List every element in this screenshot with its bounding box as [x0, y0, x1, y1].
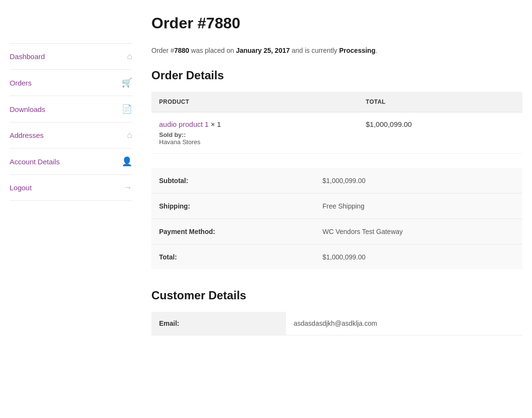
downloads-icon: 📄	[122, 104, 132, 114]
shipping-row: Shipping: Free Shipping	[151, 194, 522, 219]
sidebar-item-addresses[interactable]: Addresses ⌂	[10, 123, 132, 148]
subtotal-value: $1,000,099.00	[315, 168, 522, 194]
sidebar-item-logout-label: Logout	[10, 184, 32, 192]
email-label: Email:	[151, 312, 286, 335]
product-link[interactable]: audio product 1 × 1	[159, 120, 221, 128]
customer-details-section: Customer Details Email: asdasdasdjkh@asd…	[151, 289, 522, 335]
shipping-value: Free Shipping	[315, 194, 522, 219]
order-details-table: PRODUCT TOTAL audio product 1 × 1 Sold b…	[151, 92, 522, 154]
orders-icon: 🛒	[122, 77, 132, 88]
payment-method-row: Payment Method: WC Vendors Test Gateway	[151, 219, 522, 245]
product-name[interactable]: audio product 1	[159, 120, 209, 128]
total-label: Total:	[151, 245, 315, 270]
shipping-label: Shipping:	[151, 194, 315, 219]
sidebar-item-dashboard[interactable]: Dashboard ⌂	[10, 43, 132, 70]
order-item-row: audio product 1 × 1 Sold by:: Havana Sto…	[151, 112, 522, 154]
dashboard-icon: ⌂	[127, 51, 132, 61]
customer-details-title: Customer Details	[151, 289, 522, 302]
payment-method-label: Payment Method:	[151, 219, 315, 245]
addresses-icon: ⌂	[127, 130, 132, 140]
sidebar: Dashboard ⌂ Orders 🛒 Downloads 📄 Address…	[10, 14, 132, 335]
order-status: Processing	[339, 47, 375, 54]
sidebar-item-downloads[interactable]: Downloads 📄	[10, 96, 132, 123]
order-date: January 25, 2017	[236, 47, 290, 54]
email-value: asdasdasdjkh@asdklja.com	[286, 312, 522, 335]
order-summary-table: Subtotal: $1,000,099.00 Shipping: Free S…	[151, 168, 522, 270]
sidebar-item-addresses-label: Addresses	[10, 131, 44, 139]
product-quantity: × 1	[211, 120, 221, 128]
price-cell: $1,000,099.00	[358, 112, 522, 154]
sidebar-item-orders-label: Orders	[10, 79, 32, 87]
sidebar-item-downloads-label: Downloads	[10, 105, 45, 113]
product-column-header: PRODUCT	[151, 92, 358, 112]
sidebar-item-logout[interactable]: Logout →	[10, 175, 132, 201]
sidebar-item-dashboard-label: Dashboard	[10, 52, 45, 61]
product-cell: audio product 1 × 1 Sold by:: Havana Sto…	[151, 112, 358, 154]
order-details-title: Order Details	[151, 69, 522, 82]
page-title: Order #7880	[151, 14, 522, 32]
order-status-text: Order #7880 was placed on January 25, 20…	[151, 47, 522, 54]
sidebar-item-orders[interactable]: Orders 🛒	[10, 70, 132, 96]
sidebar-item-account-details-label: Account Details	[10, 158, 60, 166]
subtotal-row: Subtotal: $1,000,099.00	[151, 168, 522, 194]
account-icon: 👤	[122, 156, 132, 167]
total-column-header: TOTAL	[358, 92, 522, 112]
sold-by-value: Havana Stores	[159, 138, 200, 146]
payment-method-value: WC Vendors Test Gateway	[315, 219, 522, 245]
total-row: Total: $1,000,099.00	[151, 245, 522, 270]
sold-by-label: Sold by::	[159, 131, 186, 138]
subtotal-label: Subtotal:	[151, 168, 315, 194]
logout-icon: →	[124, 183, 132, 193]
main-content: Order #7880 Order #7880 was placed on Ja…	[132, 14, 522, 335]
sidebar-item-account-details[interactable]: Account Details 👤	[10, 148, 132, 175]
sold-by: Sold by:: Havana Stores	[159, 131, 350, 146]
order-number: 7880	[174, 47, 189, 54]
email-row: Email: asdasdasdjkh@asdklja.com	[151, 312, 522, 335]
total-value: $1,000,099.00	[315, 245, 522, 270]
customer-details-table: Email: asdasdasdjkh@asdklja.com	[151, 312, 522, 335]
